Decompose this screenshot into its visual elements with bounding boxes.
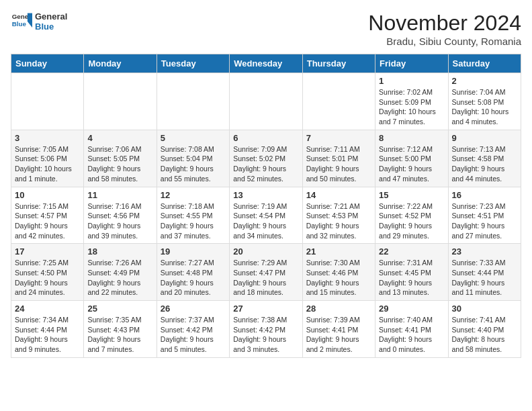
calendar-cell: 22Sunrise: 7:31 AM Sunset: 4:45 PM Dayli… [375, 244, 448, 301]
calendar-cell: 16Sunrise: 7:23 AM Sunset: 4:51 PM Dayli… [448, 187, 521, 244]
calendar-cell: 15Sunrise: 7:22 AM Sunset: 4:52 PM Dayli… [375, 187, 448, 244]
day-info: Sunrise: 7:25 AM Sunset: 4:50 PM Dayligh… [15, 258, 80, 298]
day-number: 14 [306, 190, 371, 200]
day-info: Sunrise: 7:29 AM Sunset: 4:47 PM Dayligh… [233, 258, 298, 298]
day-info: Sunrise: 7:06 AM Sunset: 5:05 PM Dayligh… [87, 144, 152, 184]
day-info: Sunrise: 7:11 AM Sunset: 5:01 PM Dayligh… [306, 144, 371, 184]
week-row-4: 24Sunrise: 7:34 AM Sunset: 4:44 PM Dayli… [11, 301, 521, 358]
day-info: Sunrise: 7:39 AM Sunset: 4:41 PM Dayligh… [306, 315, 371, 355]
day-info: Sunrise: 7:21 AM Sunset: 4:53 PM Dayligh… [306, 201, 371, 241]
day-number: 6 [233, 133, 298, 143]
day-number: 27 [233, 304, 298, 314]
calendar-cell: 14Sunrise: 7:21 AM Sunset: 4:53 PM Dayli… [302, 187, 375, 244]
calendar-cell: 29Sunrise: 7:40 AM Sunset: 4:41 PM Dayli… [375, 301, 448, 358]
day-info: Sunrise: 7:27 AM Sunset: 4:48 PM Dayligh… [161, 258, 226, 298]
calendar-cell: 9Sunrise: 7:13 AM Sunset: 4:58 PM Daylig… [448, 130, 521, 187]
week-row-2: 10Sunrise: 7:15 AM Sunset: 4:57 PM Dayli… [11, 187, 521, 244]
svg-marker-3 [28, 21, 32, 28]
calendar-cell: 21Sunrise: 7:30 AM Sunset: 4:46 PM Dayli… [302, 244, 375, 301]
header-day-monday: Monday [84, 54, 157, 73]
svg-text:Blue: Blue [12, 20, 27, 28]
logo-blue-text: Blue [35, 21, 67, 32]
calendar-cell: 7Sunrise: 7:11 AM Sunset: 5:01 PM Daylig… [302, 130, 375, 187]
week-row-1: 3Sunrise: 7:05 AM Sunset: 5:06 PM Daylig… [11, 130, 521, 187]
day-info: Sunrise: 7:30 AM Sunset: 4:46 PM Dayligh… [306, 258, 371, 298]
calendar-cell [157, 73, 229, 130]
header: General Blue General Blue November 2024 … [11, 11, 521, 47]
calendar-cell: 13Sunrise: 7:19 AM Sunset: 4:54 PM Dayli… [230, 187, 302, 244]
day-info: Sunrise: 7:38 AM Sunset: 4:42 PM Dayligh… [233, 315, 298, 355]
day-number: 8 [379, 133, 444, 143]
day-info: Sunrise: 7:12 AM Sunset: 5:00 PM Dayligh… [379, 144, 444, 184]
day-info: Sunrise: 7:05 AM Sunset: 5:06 PM Dayligh… [15, 144, 80, 184]
calendar-cell: 26Sunrise: 7:37 AM Sunset: 4:42 PM Dayli… [157, 301, 229, 358]
header-day-saturday: Saturday [448, 54, 521, 73]
calendar-cell: 30Sunrise: 7:41 AM Sunset: 4:40 PM Dayli… [448, 301, 521, 358]
day-info: Sunrise: 7:15 AM Sunset: 4:57 PM Dayligh… [15, 201, 80, 241]
day-number: 15 [379, 190, 444, 200]
header-day-tuesday: Tuesday [157, 54, 229, 73]
location-title: Bradu, Sibiu County, Romania [368, 36, 521, 47]
day-info: Sunrise: 7:09 AM Sunset: 5:02 PM Dayligh… [233, 144, 298, 184]
day-number: 23 [452, 246, 517, 257]
calendar-cell: 23Sunrise: 7:33 AM Sunset: 4:44 PM Dayli… [448, 244, 521, 301]
day-number: 25 [87, 304, 152, 314]
day-number: 10 [15, 190, 80, 200]
title-area: November 2024 Bradu, Sibiu County, Roman… [368, 11, 521, 47]
day-info: Sunrise: 7:18 AM Sunset: 4:55 PM Dayligh… [161, 201, 226, 241]
calendar-cell: 24Sunrise: 7:34 AM Sunset: 4:44 PM Dayli… [11, 301, 84, 358]
day-number: 3 [15, 133, 80, 143]
calendar-cell: 17Sunrise: 7:25 AM Sunset: 4:50 PM Dayli… [11, 244, 84, 301]
day-number: 2 [452, 76, 517, 86]
svg-marker-2 [28, 13, 32, 21]
day-info: Sunrise: 7:04 AM Sunset: 5:08 PM Dayligh… [452, 87, 517, 127]
calendar-cell: 4Sunrise: 7:06 AM Sunset: 5:05 PM Daylig… [84, 130, 157, 187]
day-number: 24 [15, 304, 80, 314]
day-info: Sunrise: 7:41 AM Sunset: 4:40 PM Dayligh… [452, 315, 517, 355]
calendar-cell: 6Sunrise: 7:09 AM Sunset: 5:02 PM Daylig… [230, 130, 302, 187]
calendar-body: 1Sunrise: 7:02 AM Sunset: 5:09 PM Daylig… [11, 73, 521, 358]
calendar-table: SundayMondayTuesdayWednesdayThursdayFrid… [11, 54, 521, 358]
week-row-0: 1Sunrise: 7:02 AM Sunset: 5:09 PM Daylig… [11, 73, 521, 130]
day-info: Sunrise: 7:19 AM Sunset: 4:54 PM Dayligh… [233, 201, 298, 241]
day-number: 9 [452, 133, 517, 143]
calendar-cell: 5Sunrise: 7:08 AM Sunset: 5:04 PM Daylig… [157, 130, 229, 187]
day-info: Sunrise: 7:23 AM Sunset: 4:51 PM Dayligh… [452, 201, 517, 241]
calendar-cell: 20Sunrise: 7:29 AM Sunset: 4:47 PM Dayli… [230, 244, 302, 301]
logo-general-text: General [35, 11, 67, 21]
day-number: 13 [233, 190, 298, 200]
day-info: Sunrise: 7:02 AM Sunset: 5:09 PM Dayligh… [379, 87, 444, 127]
calendar-cell: 28Sunrise: 7:39 AM Sunset: 4:41 PM Dayli… [302, 301, 375, 358]
calendar-cell: 25Sunrise: 7:35 AM Sunset: 4:43 PM Dayli… [84, 301, 157, 358]
day-number: 17 [15, 246, 80, 257]
calendar-cell [302, 73, 375, 130]
calendar-cell: 11Sunrise: 7:16 AM Sunset: 4:56 PM Dayli… [84, 187, 157, 244]
calendar-cell [11, 73, 84, 130]
day-info: Sunrise: 7:26 AM Sunset: 4:49 PM Dayligh… [87, 258, 152, 298]
calendar-cell: 2Sunrise: 7:04 AM Sunset: 5:08 PM Daylig… [448, 73, 521, 130]
header-day-thursday: Thursday [302, 54, 375, 73]
calendar-cell: 27Sunrise: 7:38 AM Sunset: 4:42 PM Dayli… [230, 301, 302, 358]
calendar-cell: 10Sunrise: 7:15 AM Sunset: 4:57 PM Dayli… [11, 187, 84, 244]
calendar-cell: 12Sunrise: 7:18 AM Sunset: 4:55 PM Dayli… [157, 187, 229, 244]
day-number: 5 [161, 133, 226, 143]
header-day-wednesday: Wednesday [230, 54, 302, 73]
week-row-3: 17Sunrise: 7:25 AM Sunset: 4:50 PM Dayli… [11, 244, 521, 301]
day-info: Sunrise: 7:13 AM Sunset: 4:58 PM Dayligh… [452, 144, 517, 184]
day-info: Sunrise: 7:40 AM Sunset: 4:41 PM Dayligh… [379, 315, 444, 355]
calendar-cell: 19Sunrise: 7:27 AM Sunset: 4:48 PM Dayli… [157, 244, 229, 301]
day-number: 30 [452, 304, 517, 314]
logo-icon: General Blue [11, 11, 32, 32]
day-number: 22 [379, 246, 444, 257]
header-day-friday: Friday [375, 54, 448, 73]
day-number: 20 [233, 246, 298, 257]
day-number: 1 [379, 76, 444, 86]
calendar-cell: 3Sunrise: 7:05 AM Sunset: 5:06 PM Daylig… [11, 130, 84, 187]
day-number: 11 [87, 190, 152, 200]
day-number: 19 [161, 246, 226, 257]
day-info: Sunrise: 7:37 AM Sunset: 4:42 PM Dayligh… [161, 315, 226, 355]
header-day-sunday: Sunday [11, 54, 84, 73]
day-number: 4 [87, 133, 152, 143]
day-number: 26 [161, 304, 226, 314]
day-number: 28 [306, 304, 371, 314]
